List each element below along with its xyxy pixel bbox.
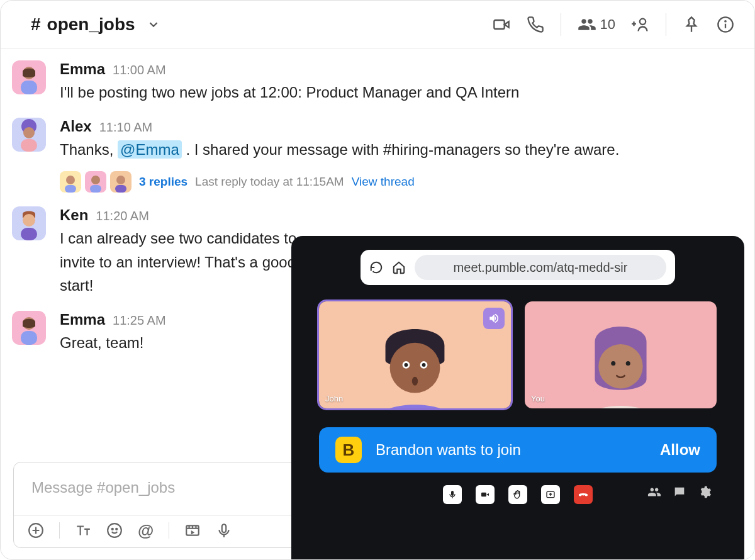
speaker-icon	[483, 308, 505, 329]
info-icon[interactable]	[717, 16, 734, 33]
svg-point-19	[91, 176, 100, 184]
message-time: 11:10 AM	[99, 120, 153, 135]
allow-button[interactable]: Allow	[660, 441, 700, 459]
svg-point-52	[598, 344, 642, 388]
url-field[interactable]: meet.pumble.com/atq-medd-sir	[415, 255, 666, 280]
call-toolbar	[308, 485, 728, 504]
video-tile[interactable]: John	[319, 301, 511, 408]
mute-button[interactable]	[443, 485, 462, 504]
svg-point-47	[404, 363, 408, 367]
message-author[interactable]: Alex	[60, 118, 92, 135]
chevron-down-icon	[147, 18, 160, 31]
divider	[169, 522, 169, 539]
join-request-text: Brandon wants to join	[376, 441, 646, 459]
view-thread-link[interactable]: View thread	[352, 175, 415, 189]
svg-rect-26	[21, 228, 37, 240]
divider	[666, 13, 666, 36]
svg-rect-14	[21, 139, 37, 152]
join-avatar-monogram: B	[335, 437, 362, 463]
member-count[interactable]: 10	[578, 15, 615, 34]
divider	[59, 522, 60, 539]
message-time: 11:20 AM	[96, 209, 149, 223]
end-call-button[interactable]	[574, 485, 593, 504]
svg-point-49	[422, 363, 426, 367]
reply-count[interactable]: 3 replies	[139, 175, 187, 189]
svg-marker-58	[486, 493, 489, 496]
message-time: 11:25 AM	[113, 313, 166, 328]
mini-avatar[interactable]	[60, 171, 81, 193]
camera-button[interactable]	[476, 485, 495, 504]
avatar[interactable]	[12, 206, 46, 240]
video-call-popup: meet.pumble.com/atq-medd-sir John	[291, 236, 744, 559]
message-time: 11:00 AM	[113, 63, 166, 77]
svg-point-50	[412, 377, 418, 386]
svg-point-53	[611, 361, 615, 366]
svg-rect-20	[90, 185, 101, 193]
svg-point-33	[108, 524, 121, 537]
last-reply: Last reply today at 11:15AM	[195, 175, 344, 189]
member-count-value: 10	[600, 16, 615, 33]
svg-point-54	[626, 361, 630, 366]
thread-avatars	[60, 171, 131, 193]
pin-icon[interactable]	[683, 16, 700, 33]
message-text: Thanks, @Emma . I shared your message wi…	[60, 138, 735, 161]
home-icon[interactable]	[392, 260, 406, 274]
settings-icon[interactable]	[698, 485, 712, 499]
avatar[interactable]	[12, 311, 46, 345]
svg-point-25	[23, 214, 35, 227]
message-author[interactable]: Emma	[60, 60, 105, 78]
svg-rect-17	[65, 185, 76, 193]
message: Emma 11:00 AM I'll be posting two new jo…	[12, 60, 735, 104]
tile-label: You	[531, 394, 545, 403]
plus-icon[interactable]	[28, 522, 44, 539]
share-screen-button[interactable]	[541, 485, 560, 504]
svg-point-2	[640, 19, 646, 25]
thread-summary: 3 replies Last reply today at 11:15AM Vi…	[60, 171, 735, 193]
message-text: I can already see two candidates to invi…	[60, 227, 299, 297]
message-text: I'll be posting two new jobs at 12:00: P…	[60, 81, 735, 104]
mention-icon[interactable]: @	[138, 522, 154, 539]
channel-header: #open_jobs 10	[1, 1, 754, 49]
avatar[interactable]	[12, 60, 46, 94]
avatar[interactable]	[12, 118, 46, 152]
message: Alex 11:10 AM Thanks, @Emma . I shared y…	[12, 118, 735, 193]
user-mention[interactable]: @Emma	[118, 140, 182, 159]
url-bar: meet.pumble.com/atq-medd-sir	[361, 250, 675, 285]
video-icon[interactable]	[493, 16, 510, 33]
channel-name: open_jobs	[47, 14, 135, 35]
raise-hand-button[interactable]	[508, 485, 527, 504]
svg-point-22	[116, 176, 125, 184]
svg-point-7	[725, 21, 725, 21]
microphone-icon[interactable]	[216, 522, 232, 539]
svg-rect-29	[21, 331, 37, 345]
svg-rect-0	[494, 20, 504, 29]
message-author[interactable]: Emma	[60, 311, 105, 328]
video-clip-icon[interactable]	[184, 522, 201, 539]
svg-point-16	[66, 176, 75, 184]
emoji-icon[interactable]	[106, 522, 123, 539]
header-actions: 10	[493, 13, 734, 36]
svg-rect-23	[115, 185, 126, 193]
chat-icon[interactable]	[673, 485, 686, 499]
divider	[561, 13, 561, 36]
svg-marker-41	[191, 530, 194, 535]
video-tile[interactable]: You	[525, 301, 717, 408]
tile-label: John	[325, 394, 343, 403]
reload-icon[interactable]	[369, 260, 383, 274]
svg-point-13	[23, 127, 35, 138]
channel-title[interactable]: #open_jobs	[31, 14, 160, 35]
svg-point-34	[112, 529, 113, 530]
phone-icon[interactable]	[527, 16, 544, 33]
mini-avatar[interactable]	[110, 171, 131, 193]
people-icon	[578, 15, 596, 34]
mini-avatar[interactable]	[85, 171, 106, 193]
hash-icon: #	[31, 14, 41, 35]
participants-icon[interactable]	[647, 485, 661, 499]
message-author[interactable]: Ken	[60, 206, 88, 224]
text-format-icon[interactable]	[75, 522, 91, 539]
svg-rect-55	[451, 491, 454, 496]
add-person-icon[interactable]	[632, 16, 649, 33]
svg-rect-42	[222, 524, 226, 532]
svg-rect-10	[21, 81, 37, 94]
svg-rect-57	[481, 493, 486, 497]
